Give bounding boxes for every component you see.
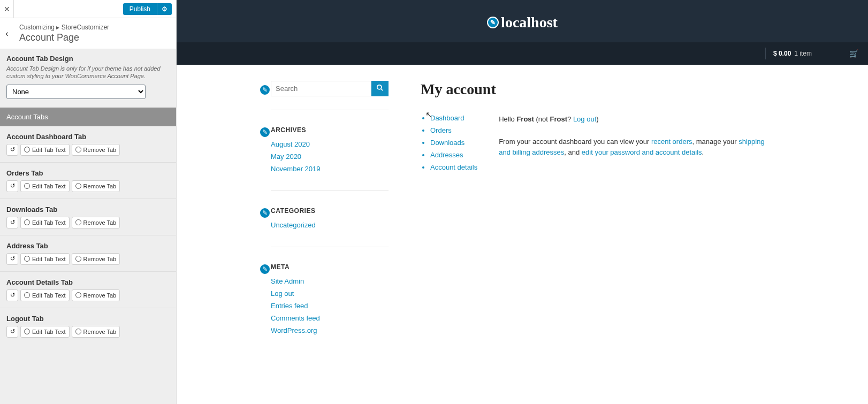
reset-button[interactable]: ↺ bbox=[6, 253, 18, 265]
account-nav-link[interactable]: Orders bbox=[430, 126, 452, 134]
search-button[interactable] bbox=[371, 81, 389, 96]
site-header: ✎ localhost bbox=[177, 0, 868, 42]
tab-item: Address Tab ↺ Edit Tab Text Remove Tab bbox=[0, 235, 176, 272]
categories-widget: ✎ CATEGORIES Uncategorized bbox=[271, 207, 389, 247]
account-nav-link[interactable]: Account details bbox=[430, 163, 477, 171]
edit-icon[interactable]: ✎ bbox=[259, 126, 271, 138]
meta-link[interactable]: WordPress.org bbox=[271, 326, 317, 334]
meta-link[interactable]: Log out bbox=[271, 289, 294, 298]
breadcrumb: ‹ Customizing ▸ StoreCustomizer Account … bbox=[0, 18, 176, 49]
list-item: August 2020 bbox=[271, 140, 389, 148]
radio-icon bbox=[75, 183, 81, 189]
reset-button[interactable]: ↺ bbox=[6, 144, 18, 156]
meta-link[interactable]: Site Admin bbox=[271, 277, 304, 285]
meta-title: META bbox=[271, 263, 389, 271]
remove-tab-button[interactable]: Remove Tab bbox=[72, 217, 120, 228]
reset-button[interactable]: ↺ bbox=[6, 326, 18, 338]
gear-icon: ⚙ bbox=[162, 5, 167, 13]
list-item: Account details bbox=[430, 163, 477, 171]
remove-tab-button[interactable]: Remove Tab bbox=[72, 180, 120, 192]
close-button[interactable]: ✕ bbox=[0, 0, 14, 18]
tab-item: Account Details Tab ↺ Edit Tab Text Remo… bbox=[0, 272, 176, 308]
account-tabs-header: Account Tabs bbox=[0, 108, 176, 126]
site-preview: ✎ localhost $ 0.00 1 item 🛒 ✎ bbox=[177, 0, 868, 404]
reset-button[interactable]: ↺ bbox=[6, 217, 18, 228]
list-item: WordPress.org bbox=[271, 326, 389, 334]
account-nav-link[interactable]: Addresses bbox=[430, 151, 463, 159]
breadcrumb-path: Customizing ▸ StoreCustomizer bbox=[19, 24, 109, 31]
remove-tab-button[interactable]: Remove Tab bbox=[72, 144, 120, 156]
edit-icon[interactable]: ✎ bbox=[259, 207, 271, 219]
tab-label: Account Details Tab bbox=[6, 278, 170, 286]
list-item: Entries feed bbox=[271, 302, 389, 310]
recent-orders-link[interactable]: recent orders bbox=[651, 138, 692, 146]
radio-icon bbox=[24, 147, 30, 153]
publish-settings-button[interactable]: ⚙ bbox=[157, 3, 172, 15]
edit-icon[interactable]: ✎ bbox=[487, 17, 499, 28]
archives-title: ARCHIVES bbox=[271, 126, 389, 134]
edit-tab-text-button[interactable]: Edit Tab Text bbox=[20, 326, 70, 338]
edit-tab-text-button[interactable]: Edit Tab Text bbox=[20, 180, 70, 192]
account-tab-design-section: Account Tab Design Account Tab Design is… bbox=[0, 49, 176, 108]
list-item: Site Admin bbox=[271, 277, 389, 285]
account-nav-link[interactable]: Downloads bbox=[430, 139, 465, 147]
radio-icon bbox=[75, 292, 81, 298]
radio-icon bbox=[75, 147, 81, 153]
tab-label: Account Dashboard Tab bbox=[6, 133, 170, 141]
design-select[interactable]: None bbox=[6, 85, 146, 99]
cart-price: $ 0.00 bbox=[773, 50, 791, 57]
search-icon bbox=[376, 84, 384, 93]
logout-link[interactable]: Log out bbox=[573, 115, 596, 123]
categories-title: CATEGORIES bbox=[271, 207, 389, 215]
publish-button[interactable]: Publish bbox=[123, 3, 157, 15]
design-description: Account Tab Design is only for if your t… bbox=[6, 65, 170, 80]
edit-tab-text-button[interactable]: Edit Tab Text bbox=[20, 217, 70, 228]
list-item: Comments feed bbox=[271, 314, 389, 322]
remove-tab-button[interactable]: Remove Tab bbox=[72, 253, 120, 265]
cart-icon[interactable]: 🛒 bbox=[849, 49, 858, 58]
back-button[interactable]: ‹ bbox=[0, 26, 14, 42]
list-item: Dashboard bbox=[430, 114, 477, 122]
reset-button[interactable]: ↺ bbox=[6, 180, 18, 192]
tab-item: Downloads Tab ↺ Edit Tab Text Remove Tab bbox=[0, 199, 176, 235]
radio-icon bbox=[24, 329, 30, 334]
cart-divider bbox=[765, 48, 766, 59]
my-account-heading: My account bbox=[421, 81, 774, 98]
list-item: Uncategorized bbox=[271, 221, 389, 229]
archive-link[interactable]: August 2020 bbox=[271, 140, 310, 148]
edit-icon[interactable]: ✎ bbox=[259, 84, 271, 96]
search-input[interactable] bbox=[271, 81, 371, 96]
reset-button[interactable]: ↺ bbox=[6, 289, 18, 301]
meta-link[interactable]: Entries feed bbox=[271, 302, 308, 310]
customizer-sidebar: ✕ Publish ⚙ ‹ Customizing ▸ StoreCustomi… bbox=[0, 0, 177, 404]
radio-icon bbox=[24, 256, 30, 262]
tab-item: Logout Tab ↺ Edit Tab Text Remove Tab bbox=[0, 308, 176, 344]
edit-tab-text-button[interactable]: Edit Tab Text bbox=[20, 289, 70, 301]
chevron-left-icon: ‹ bbox=[5, 29, 8, 39]
list-item: November 2019 bbox=[271, 165, 389, 173]
edit-tab-text-button[interactable]: Edit Tab Text bbox=[20, 144, 70, 156]
remove-tab-button[interactable]: Remove Tab bbox=[72, 326, 120, 338]
account-nav-link[interactable]: Dashboard bbox=[430, 114, 465, 122]
remove-tab-button[interactable]: Remove Tab bbox=[72, 289, 120, 301]
site-title[interactable]: ✎ localhost bbox=[487, 14, 558, 31]
tab-item: Account Dashboard Tab ↺ Edit Tab Text Re… bbox=[0, 126, 176, 163]
tab-label: Orders Tab bbox=[6, 169, 170, 177]
tab-label: Logout Tab bbox=[6, 315, 170, 323]
list-item: Addresses bbox=[430, 151, 477, 159]
cart-items[interactable]: 1 item bbox=[794, 50, 812, 57]
account-nav: DashboardOrdersDownloadsAddressesAccount… bbox=[421, 114, 477, 176]
publish-group: Publish ⚙ bbox=[123, 3, 172, 15]
archive-link[interactable]: May 2020 bbox=[271, 153, 301, 161]
radio-icon bbox=[24, 183, 30, 189]
meta-link[interactable]: Comments feed bbox=[271, 314, 320, 322]
edit-account-link[interactable]: edit your password and account details bbox=[582, 148, 702, 156]
category-link[interactable]: Uncategorized bbox=[271, 221, 316, 229]
archive-link[interactable]: November 2019 bbox=[271, 165, 321, 173]
meta-widget: ✎ META Site AdminLog outEntries feedComm… bbox=[271, 263, 389, 352]
tab-label: Downloads Tab bbox=[6, 205, 170, 214]
edit-tab-text-button[interactable]: Edit Tab Text bbox=[20, 253, 70, 265]
main-content: My account DashboardOrdersDownloadsAddre… bbox=[421, 81, 774, 368]
svg-line-1 bbox=[381, 89, 383, 91]
edit-icon[interactable]: ✎ bbox=[259, 263, 271, 275]
